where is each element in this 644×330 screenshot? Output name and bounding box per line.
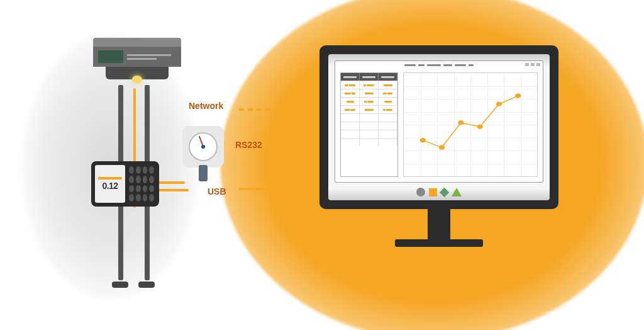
reader-keypad <box>128 165 155 203</box>
rs232-arrow-icon <box>239 144 321 156</box>
reader-screen: 0.12 <box>95 165 125 203</box>
app-window <box>335 60 543 183</box>
svg-marker-1 <box>309 106 318 113</box>
computer-monitor <box>319 45 558 234</box>
digital-reader: 0.12 <box>91 161 159 207</box>
svg-point-10 <box>496 102 502 106</box>
data-table <box>340 72 398 177</box>
usb-label: USB <box>208 186 226 196</box>
svg-marker-3 <box>309 146 318 154</box>
shape-legend <box>328 188 550 196</box>
app-titlebar <box>335 61 543 69</box>
chart-points <box>404 73 537 176</box>
table-header <box>341 73 397 81</box>
overhead-device <box>93 38 181 88</box>
table-row <box>341 130 397 138</box>
svg-marker-5 <box>309 185 318 193</box>
table-row <box>341 105 397 113</box>
square-icon <box>429 188 437 196</box>
table-row <box>341 81 397 89</box>
gauge-dial <box>189 132 218 161</box>
table-row <box>341 138 397 146</box>
triangle-icon <box>452 188 462 196</box>
reader-value: 0.12 <box>102 181 118 191</box>
table-row <box>341 89 397 97</box>
overhead-light-icon <box>132 76 142 83</box>
cable-branch <box>157 189 189 191</box>
network-arrow-icon <box>239 103 321 116</box>
pressure-gauge <box>182 126 224 183</box>
network-label: Network <box>189 101 223 111</box>
circle-icon <box>416 188 425 196</box>
svg-point-7 <box>439 145 445 149</box>
table-row <box>341 122 397 130</box>
monitor-screen <box>328 54 550 200</box>
table-row <box>341 97 397 105</box>
diamond-icon <box>440 187 450 197</box>
svg-point-6 <box>420 138 426 142</box>
svg-point-11 <box>515 93 521 98</box>
usb-arrow-icon <box>239 183 321 195</box>
overhead-screen <box>98 50 123 63</box>
window-controls <box>525 63 540 66</box>
table-row <box>341 113 397 122</box>
svg-point-8 <box>458 120 464 125</box>
chart-panel <box>403 72 538 177</box>
svg-point-9 <box>477 125 482 129</box>
